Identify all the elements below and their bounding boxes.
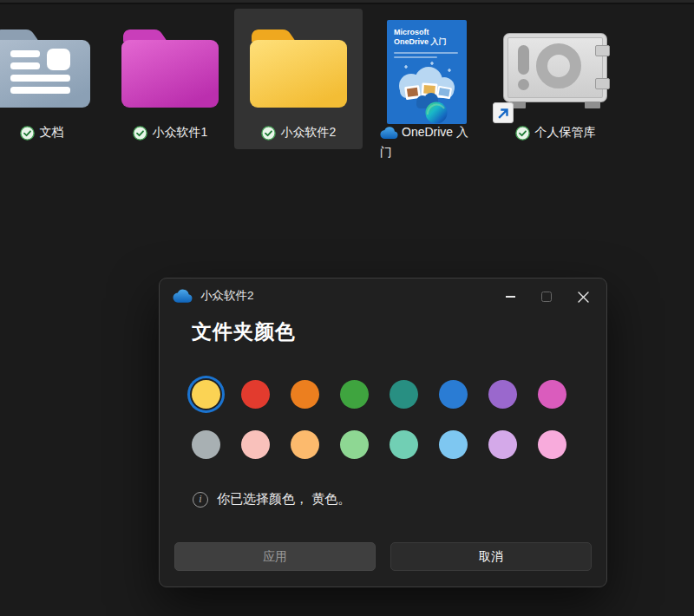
color-swatch-grid [192,380,566,459]
info-icon: i [193,492,208,508]
vault-safe-icon [503,33,607,113]
file-label: 个人保管库 [491,125,619,141]
vault-hinge [595,78,610,89]
file-label: 小众软件2 [234,125,363,141]
color-swatch[interactable] [241,430,270,459]
file-name-text: 小众软件2 [281,125,337,141]
color-swatch[interactable] [340,380,369,409]
pdf-thumbnail: Microsoft OneDrive 入门 [387,20,467,124]
color-swatch[interactable] [390,380,418,409]
close-button[interactable] [565,279,601,315]
color-swatch[interactable] [439,430,468,459]
file-tile-folder2-selected[interactable]: 小众软件2 [234,9,363,149]
dialog-button-row: 应用 取消 [174,542,592,571]
file-label: OneDrive 入门 [380,122,477,162]
dialog-titlebar[interactable]: 小众软件2 [160,279,254,313]
vault-hinge [595,45,610,56]
folder-magenta-icon [121,26,219,108]
folder-color-dialog: 小众软件2 文件夹颜色 i 你已选择颜色， 黄色。 应用 取消 [159,278,607,587]
vault-handle-dot [518,79,529,90]
thumb-title-line2: OneDrive 入门 [394,37,460,47]
vault-body [503,33,607,102]
color-swatch[interactable] [340,430,369,459]
file-tile-personal-vault[interactable]: 个人保管库 [491,9,619,149]
color-swatch[interactable] [538,430,566,459]
minimize-button[interactable] [492,279,528,315]
color-swatch[interactable] [291,380,319,409]
file-name-text: 个人保管库 [535,125,596,141]
onedrive-synced-icon [515,126,530,141]
maximize-button [528,279,565,315]
selection-info: i 你已选择颜色， 黄色。 [193,491,350,508]
color-swatch[interactable] [192,430,220,459]
file-tile-onedrive-pdf[interactable]: Microsoft OneDrive 入门 [363,9,491,149]
color-swatch[interactable] [488,430,517,459]
window-top-edge [0,0,694,4]
cancel-button[interactable]: 取消 [390,542,592,571]
window-controls [492,279,601,315]
vault-dial [536,43,581,88]
file-label: 小众软件1 [106,125,234,141]
minimize-icon [506,296,515,298]
file-name-text: 文档 [40,125,64,141]
color-swatch[interactable] [439,380,468,409]
maximize-icon [541,292,552,302]
color-swatch[interactable] [538,380,566,409]
close-icon [578,292,589,303]
dialog-title: 小众软件2 [200,288,254,304]
color-swatch[interactable] [241,380,270,409]
color-swatch[interactable] [390,430,418,459]
folder-yellow-icon [250,26,347,108]
onedrive-synced-icon [133,126,147,141]
file-tile-documents[interactable]: 文档 [0,9,106,149]
cloud-illustration [387,62,467,124]
onedrive-cloud-icon [380,127,398,140]
file-tile-folder1[interactable]: 小众软件1 [106,9,234,149]
vault-handle [518,45,529,75]
vault-foot [585,102,600,108]
folder-documents-icon [0,26,90,108]
onedrive-cloud-icon [173,289,193,304]
dialog-heading: 文件夹颜色 [192,318,296,345]
swatch-row-pastel [192,430,566,459]
apply-button: 应用 [174,542,376,571]
shortcut-arrow-icon [493,102,514,123]
color-swatch[interactable] [488,380,517,409]
thumb-text-bar [394,56,437,58]
swatch-row-saturated [192,380,566,409]
file-name-text: 小众软件1 [153,125,208,141]
thumb-text-bar [394,52,458,54]
color-swatch-selected[interactable] [192,380,220,409]
selection-info-text: 你已选择颜色， 黄色。 [217,491,350,508]
onedrive-synced-icon [261,126,276,141]
file-label: 文档 [0,125,106,141]
onedrive-synced-icon [20,126,35,141]
color-swatch[interactable] [291,430,319,459]
thumb-title-line1: Microsoft [394,28,460,37]
